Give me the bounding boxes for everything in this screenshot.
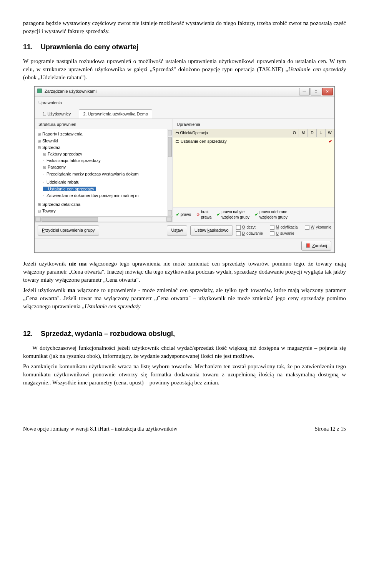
- tab-permissions[interactable]: 2. Uprawnienia użytkownika Demo: [79, 109, 152, 119]
- app-icon: [37, 88, 42, 95]
- perm-d: [309, 137, 317, 145]
- tree-faktury-label: Faktury sprzedaży: [43, 152, 82, 156]
- perm-m: [301, 137, 309, 145]
- intro-paragraph: paragonu będzie wystawiony częściowy zwr…: [23, 19, 346, 35]
- tree-przegladanie-label: Przeglądanie marży podczas wystawiania d…: [43, 171, 139, 177]
- window-subheading: Uprawnienia: [35, 97, 334, 107]
- tree-horizontal-scrollbar[interactable]: [35, 216, 173, 222]
- section-11-italic: Ustalanie cen sprzedaży: [288, 66, 346, 72]
- col-w: W: [326, 129, 334, 137]
- col-o: O: [290, 129, 299, 137]
- permissions-window: Zarządzanie użytkownikami — □ ✕ Uprawnie…: [34, 86, 335, 253]
- scroll-left-arrow[interactable]: [35, 217, 41, 222]
- tree-zatwierdzanie[interactable]: Zatwierdzanie dokumentów poniżej minimal…: [43, 192, 171, 201]
- bottom-toolbar: Przydziel uprawnienia grupy Ustaw Ustaw …: [35, 222, 334, 239]
- tree-ustalanie-label: Ustalanie cen sprzedaży: [43, 187, 96, 191]
- as-p2-a: Jeżeli użytkownik: [23, 287, 68, 293]
- tree-raporty[interactable]: Raporty i zestawienia: [38, 131, 171, 137]
- maximize-button[interactable]: □: [311, 88, 321, 95]
- legend-brak: ⊘brak prawa: [196, 209, 211, 220]
- tree-fiskalizacja-label: Fiskalizacja faktur sprzedaży: [43, 158, 101, 163]
- wykonanie-checkbox[interactable]: [305, 225, 309, 230]
- modyfikacja-checkbox[interactable]: [270, 225, 274, 230]
- footer-left: Nowe opcje i zmiany w wersji 8.1 iHurt –…: [23, 425, 177, 433]
- tree-fiskalizacja[interactable]: Fiskalizacja faktur sprzedaży: [43, 157, 171, 164]
- tree-vertical-scrollbar[interactable]: [167, 129, 173, 216]
- legend-nabyte: ✔prawo nabyte względem grupy: [217, 209, 249, 220]
- section-12-p1: W dotychczasowej funkcjonalności jeżeli …: [23, 344, 346, 360]
- as-p1-a: Jeżeli użytkownik: [23, 261, 69, 267]
- tree-udzielanie-label: Udzielanie rabatu: [43, 180, 80, 184]
- after-screenshot-p2: Jeżeli użytkownik ma włączone to uprawni…: [23, 286, 346, 311]
- legend-nabyte-label: prawo nabyte względem grupy: [221, 209, 249, 220]
- left-pane: Struktura uprawnień Raporty i zestawieni…: [35, 119, 173, 222]
- tab-users-label: . Użytkownicy: [45, 112, 71, 116]
- permissions-body: [173, 146, 334, 207]
- permissions-tree[interactable]: Raporty i zestawienia Słowniki Sprzedaż …: [35, 129, 173, 216]
- tree-udzielanie[interactable]: Udzielanie rabatu: [43, 179, 171, 185]
- tree-faktury[interactable]: Faktury sprzedaży: [43, 151, 171, 157]
- odczyt-checkbox[interactable]: [236, 225, 241, 230]
- section-11-title: Uprawnienia do ceny otwartej: [41, 42, 138, 52]
- window-title: Zarządzanie użytkownikami: [45, 89, 96, 94]
- set-cascade-button[interactable]: Ustaw kaskadowo: [190, 226, 233, 235]
- permission-row-label: 🗀 Ustalanie cen sprzedaży: [173, 137, 292, 145]
- no-icon: ⊘: [196, 212, 199, 217]
- tree-sprzedaz-det-label: Sprzedaż detaliczna: [38, 202, 80, 207]
- permission-row-text: Ustalanie cen sprzedaży: [181, 139, 227, 144]
- svg-rect-0: [38, 89, 42, 93]
- tree-sprzedaz[interactable]: Sprzedaż Faktury sprzedaży Fiskalizacja …: [38, 144, 171, 201]
- wykonanie-label: ykonanie: [316, 225, 331, 230]
- section-11-text-c: (obok „Udzielanie rabatu").: [23, 74, 87, 80]
- tree-paragony-label: Paragony: [43, 165, 66, 169]
- minimize-button[interactable]: —: [299, 88, 310, 95]
- perm-o: [292, 137, 301, 145]
- col-m: M: [299, 129, 308, 137]
- set-button[interactable]: Ustaw: [167, 226, 187, 235]
- tab-users[interactable]: 1. Użytkownicy: [38, 109, 75, 119]
- legend-prawo: ✔prawo: [176, 212, 191, 217]
- tree-towary-label: Towary: [38, 209, 56, 213]
- col-u: U: [317, 129, 326, 137]
- perm-u: [317, 137, 326, 145]
- tree-sprzedaz-det[interactable]: Sprzedaż detaliczna: [38, 201, 171, 208]
- permission-row[interactable]: 🗀 Ustalanie cen sprzedaży ✔: [173, 137, 334, 146]
- tree-sprzedaz-label: Sprzedaż: [38, 145, 60, 150]
- dodawanie-checkbox[interactable]: [236, 231, 241, 236]
- close-button[interactable]: 📕 Zamknij: [301, 241, 331, 251]
- modyfikacja-label: odyfikacja: [281, 225, 298, 230]
- legend-brak-label: brak prawa: [201, 209, 211, 220]
- assign-group-button[interactable]: Przydziel uprawnienia grupy: [38, 226, 99, 235]
- legend-odebrane-label: prawo odebrane względem grupy: [259, 209, 288, 220]
- section-11-paragraph: W programie nastąpiła rozbudowa uprawnie…: [23, 57, 346, 82]
- as-p2-b: ma: [68, 287, 75, 293]
- footer-right: Strona 12 z 15: [315, 425, 346, 433]
- page-footer: Nowe opcje i zmiany w wersji 8.1 iHurt –…: [23, 425, 346, 433]
- permissions-column-header: 🗀 Obiekt/Operacja O M D U W: [173, 129, 334, 137]
- section-12-heading: 12. Sprzedaż, wydania – rozbudowa obsług…: [23, 329, 346, 339]
- section-12-number: 12.: [23, 329, 34, 339]
- tab-bar: 1. Użytkownicy 2. Uprawnienia użytkownik…: [35, 107, 334, 119]
- tick-icon: ✔: [255, 212, 258, 217]
- tree-paragony[interactable]: Paragony: [43, 164, 171, 170]
- close-bar: 📕 Zamknij: [35, 239, 334, 252]
- section-12-p2: Po zamknięciu komunikatu użytkownik wrac…: [23, 362, 346, 387]
- close-window-button[interactable]: ✕: [322, 88, 333, 95]
- tree-przegladanie[interactable]: Przeglądanie marży podczas wystawiania d…: [43, 171, 171, 179]
- usuwanie-checkbox[interactable]: [270, 231, 274, 236]
- odczyt-label: dczyt: [246, 225, 255, 230]
- tree-towary[interactable]: Towary: [38, 208, 171, 214]
- tick-icon: ✔: [217, 212, 220, 217]
- scroll-right-arrow[interactable]: [166, 217, 172, 222]
- as-p2-d: Ustalanie cen sprzedaży: [85, 303, 141, 309]
- window-titlebar: Zarządzanie użytkownikami — □ ✕: [35, 87, 334, 97]
- section-11-number: 11.: [23, 42, 34, 52]
- right-pane-title: Uprawnienia: [173, 119, 334, 129]
- col-object-label: Obiekt/Operacja: [180, 131, 208, 135]
- tree-slowniki[interactable]: Słowniki: [38, 138, 171, 144]
- tree-ustalanie[interactable]: Ustalanie cen sprzedaży: [43, 186, 171, 192]
- dodawanie-label: odawanie: [246, 231, 263, 236]
- legend-prawo-label: prawo: [181, 212, 191, 217]
- legend-odebrane: ✔prawo odebrane względem grupy: [255, 209, 288, 220]
- usuwanie-label: suwanie: [280, 231, 294, 236]
